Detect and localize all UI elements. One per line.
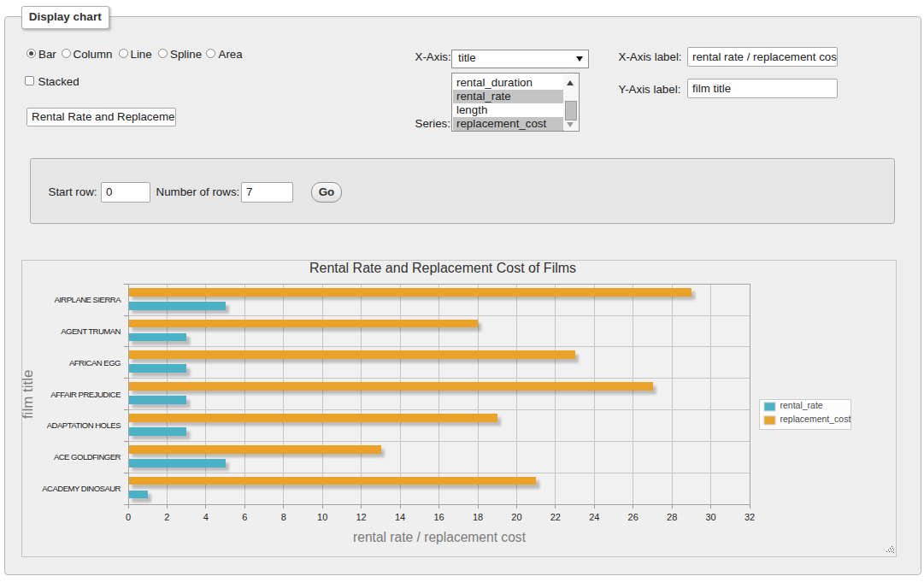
svg-text:20: 20 <box>511 512 521 522</box>
svg-text:AFFAIR PREJUDICE: AFFAIR PREJUDICE <box>50 390 121 399</box>
svg-text:rental_rate: rental_rate <box>780 400 822 410</box>
svg-text:10: 10 <box>317 512 327 522</box>
svg-text:16: 16 <box>433 512 444 522</box>
svg-text:0: 0 <box>125 512 130 522</box>
svg-text:30: 30 <box>705 512 715 522</box>
svg-text:AIRPLANE SIERRA: AIRPLANE SIERRA <box>54 295 121 304</box>
svg-text:22: 22 <box>550 512 560 522</box>
svg-text:6: 6 <box>242 512 247 522</box>
svg-text:18: 18 <box>472 512 482 522</box>
svg-text:ADAPTATION HOLES: ADAPTATION HOLES <box>46 420 120 430</box>
svg-text:24: 24 <box>589 512 599 522</box>
svg-text:14: 14 <box>394 512 404 522</box>
svg-text:ACE GOLDFINGER: ACE GOLDFINGER <box>53 452 121 461</box>
svg-text:ACADEMY DINOSAUR: ACADEMY DINOSAUR <box>42 484 121 493</box>
svg-text:AGENT TRUMAN: AGENT TRUMAN <box>61 326 121 336</box>
svg-text:8: 8 <box>280 512 285 522</box>
svg-text:32: 32 <box>744 512 754 522</box>
svg-text:rental rate / replacement cost: rental rate / replacement cost <box>353 530 527 544</box>
svg-text:film title: film title <box>22 369 36 419</box>
svg-text:26: 26 <box>627 512 638 522</box>
svg-text:28: 28 <box>667 512 677 522</box>
svg-text:Rental Rate and Replacement Co: Rental Rate and Replacement Cost of Film… <box>309 261 575 275</box>
svg-text:12: 12 <box>356 512 366 522</box>
svg-text:replacement_cost: replacement_cost <box>780 414 850 424</box>
svg-text:4: 4 <box>203 512 208 522</box>
svg-text:2: 2 <box>164 512 169 522</box>
svg-text:AFRICAN EGG: AFRICAN EGG <box>68 358 120 367</box>
